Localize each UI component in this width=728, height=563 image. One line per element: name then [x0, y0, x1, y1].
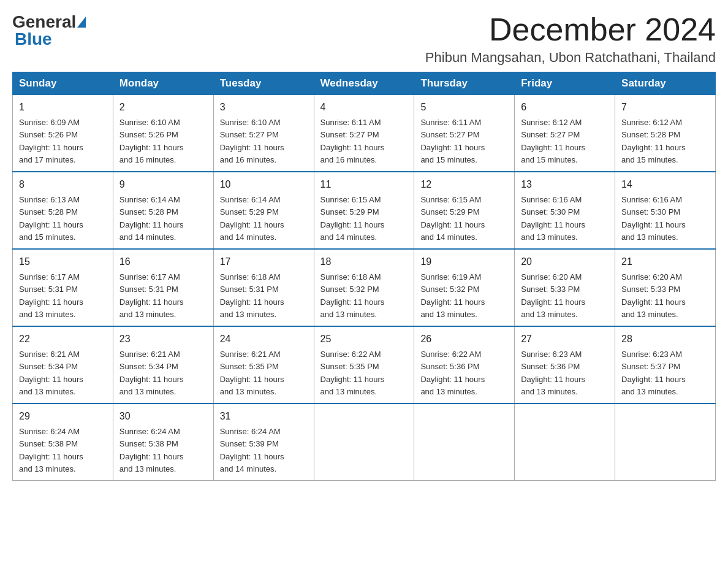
calendar-week-4: 22Sunrise: 6:21 AMSunset: 5:34 PMDayligh…	[13, 326, 716, 404]
calendar-cell: 12Sunrise: 6:15 AMSunset: 5:29 PMDayligh…	[414, 172, 515, 249]
day-number: 23	[119, 332, 207, 347]
calendar-cell: 27Sunrise: 6:23 AMSunset: 5:36 PMDayligh…	[515, 326, 615, 404]
logo-blue-text: Blue	[15, 29, 52, 48]
calendar-cell: 4Sunrise: 6:11 AMSunset: 5:27 PMDaylight…	[314, 95, 414, 172]
day-info: Sunrise: 6:18 AMSunset: 5:32 PMDaylight:…	[320, 272, 385, 319]
day-number: 12	[420, 177, 508, 192]
day-number: 28	[621, 332, 709, 347]
calendar-cell: 17Sunrise: 6:18 AMSunset: 5:31 PMDayligh…	[213, 249, 314, 326]
day-number: 24	[220, 332, 308, 347]
day-info: Sunrise: 6:09 AMSunset: 5:26 PMDaylight:…	[19, 118, 83, 164]
calendar-week-5: 29Sunrise: 6:24 AMSunset: 5:38 PMDayligh…	[13, 404, 716, 481]
day-info: Sunrise: 6:24 AMSunset: 5:38 PMDaylight:…	[119, 427, 184, 473]
day-info: Sunrise: 6:21 AMSunset: 5:34 PMDaylight:…	[119, 350, 184, 396]
col-saturday: Saturday	[615, 72, 716, 95]
day-number: 26	[420, 332, 508, 347]
calendar-cell	[615, 404, 716, 481]
day-number: 27	[521, 332, 609, 347]
calendar-cell: 3Sunrise: 6:10 AMSunset: 5:27 PMDaylight…	[213, 95, 314, 172]
calendar-cell	[314, 404, 414, 481]
day-number: 8	[19, 177, 107, 192]
day-number: 13	[521, 177, 609, 192]
day-info: Sunrise: 6:20 AMSunset: 5:33 PMDaylight:…	[521, 272, 585, 319]
calendar-cell: 2Sunrise: 6:10 AMSunset: 5:26 PMDaylight…	[113, 95, 213, 172]
day-number: 22	[19, 332, 107, 347]
calendar-cell: 26Sunrise: 6:22 AMSunset: 5:36 PMDayligh…	[414, 326, 515, 404]
day-info: Sunrise: 6:10 AMSunset: 5:26 PMDaylight:…	[119, 118, 184, 164]
day-number: 21	[621, 255, 709, 269]
day-number: 17	[220, 255, 308, 269]
calendar-cell: 29Sunrise: 6:24 AMSunset: 5:38 PMDayligh…	[13, 404, 113, 481]
day-info: Sunrise: 6:16 AMSunset: 5:30 PMDaylight:…	[521, 195, 585, 242]
day-info: Sunrise: 6:14 AMSunset: 5:29 PMDaylight:…	[220, 195, 284, 242]
day-number: 14	[621, 177, 709, 192]
day-info: Sunrise: 6:14 AMSunset: 5:28 PMDaylight:…	[119, 195, 184, 242]
calendar-cell: 15Sunrise: 6:17 AMSunset: 5:31 PMDayligh…	[13, 249, 113, 326]
calendar-cell: 16Sunrise: 6:17 AMSunset: 5:31 PMDayligh…	[113, 249, 213, 326]
day-number: 15	[19, 255, 107, 269]
col-tuesday: Tuesday	[213, 72, 314, 95]
calendar-cell: 9Sunrise: 6:14 AMSunset: 5:28 PMDaylight…	[113, 172, 213, 249]
day-info: Sunrise: 6:23 AMSunset: 5:36 PMDaylight:…	[521, 350, 585, 396]
calendar-cell: 28Sunrise: 6:23 AMSunset: 5:37 PMDayligh…	[615, 326, 716, 404]
day-number: 7	[621, 100, 709, 115]
day-info: Sunrise: 6:15 AMSunset: 5:29 PMDaylight:…	[320, 195, 385, 242]
day-info: Sunrise: 6:21 AMSunset: 5:34 PMDaylight:…	[19, 350, 83, 396]
day-number: 19	[420, 255, 508, 269]
calendar-cell: 23Sunrise: 6:21 AMSunset: 5:34 PMDayligh…	[113, 326, 213, 404]
day-info: Sunrise: 6:15 AMSunset: 5:29 PMDaylight:…	[420, 195, 485, 242]
calendar-cell: 19Sunrise: 6:19 AMSunset: 5:32 PMDayligh…	[414, 249, 515, 326]
calendar-week-3: 15Sunrise: 6:17 AMSunset: 5:31 PMDayligh…	[13, 249, 716, 326]
day-info: Sunrise: 6:12 AMSunset: 5:27 PMDaylight:…	[521, 118, 585, 164]
day-number: 4	[320, 100, 408, 115]
col-wednesday: Wednesday	[314, 72, 414, 95]
calendar-cell	[515, 404, 615, 481]
day-number: 31	[220, 409, 308, 424]
logo: General Blue	[12, 12, 87, 49]
day-number: 6	[521, 100, 609, 115]
calendar-cell: 18Sunrise: 6:18 AMSunset: 5:32 PMDayligh…	[314, 249, 414, 326]
day-number: 2	[119, 100, 207, 115]
day-number: 1	[19, 100, 107, 115]
day-number: 5	[420, 100, 508, 115]
day-number: 3	[220, 100, 308, 115]
day-info: Sunrise: 6:19 AMSunset: 5:32 PMDaylight:…	[420, 272, 485, 319]
day-number: 25	[320, 332, 408, 347]
calendar-header-row: Sunday Monday Tuesday Wednesday Thursday…	[13, 72, 716, 95]
month-title: December 2024	[425, 12, 716, 47]
calendar-cell: 13Sunrise: 6:16 AMSunset: 5:30 PMDayligh…	[515, 172, 615, 249]
calendar-cell: 20Sunrise: 6:20 AMSunset: 5:33 PMDayligh…	[515, 249, 615, 326]
calendar-cell: 24Sunrise: 6:21 AMSunset: 5:35 PMDayligh…	[213, 326, 314, 404]
page-header: General Blue December 2024 Phibun Mangsa…	[12, 12, 716, 66]
calendar-cell: 1Sunrise: 6:09 AMSunset: 5:26 PMDaylight…	[13, 95, 113, 172]
calendar-cell	[414, 404, 515, 481]
col-friday: Friday	[515, 72, 615, 95]
day-info: Sunrise: 6:24 AMSunset: 5:39 PMDaylight:…	[220, 427, 284, 473]
day-info: Sunrise: 6:13 AMSunset: 5:28 PMDaylight:…	[19, 195, 83, 242]
day-number: 10	[220, 177, 308, 192]
logo-triangle-icon	[77, 17, 86, 28]
day-number: 30	[119, 409, 207, 424]
calendar-cell: 25Sunrise: 6:22 AMSunset: 5:35 PMDayligh…	[314, 326, 414, 404]
day-number: 11	[320, 177, 408, 192]
calendar-week-1: 1Sunrise: 6:09 AMSunset: 5:26 PMDaylight…	[13, 95, 716, 172]
day-number: 18	[320, 255, 408, 269]
calendar-cell: 11Sunrise: 6:15 AMSunset: 5:29 PMDayligh…	[314, 172, 414, 249]
calendar-cell: 22Sunrise: 6:21 AMSunset: 5:34 PMDayligh…	[13, 326, 113, 404]
day-info: Sunrise: 6:17 AMSunset: 5:31 PMDaylight:…	[19, 272, 83, 319]
day-info: Sunrise: 6:22 AMSunset: 5:35 PMDaylight:…	[320, 350, 385, 396]
day-number: 20	[521, 255, 609, 269]
day-info: Sunrise: 6:11 AMSunset: 5:27 PMDaylight:…	[320, 118, 385, 164]
calendar-table: Sunday Monday Tuesday Wednesday Thursday…	[12, 72, 716, 481]
calendar-cell: 8Sunrise: 6:13 AMSunset: 5:28 PMDaylight…	[13, 172, 113, 249]
calendar-cell: 31Sunrise: 6:24 AMSunset: 5:39 PMDayligh…	[213, 404, 314, 481]
location-subtitle: Phibun Mangsahan, Ubon Ratchathani, Thai…	[425, 50, 716, 66]
calendar-week-2: 8Sunrise: 6:13 AMSunset: 5:28 PMDaylight…	[13, 172, 716, 249]
calendar-cell: 10Sunrise: 6:14 AMSunset: 5:29 PMDayligh…	[213, 172, 314, 249]
col-monday: Monday	[113, 72, 213, 95]
day-info: Sunrise: 6:23 AMSunset: 5:37 PMDaylight:…	[621, 350, 686, 396]
calendar-cell: 7Sunrise: 6:12 AMSunset: 5:28 PMDaylight…	[615, 95, 716, 172]
calendar-cell: 30Sunrise: 6:24 AMSunset: 5:38 PMDayligh…	[113, 404, 213, 481]
col-sunday: Sunday	[13, 72, 113, 95]
day-info: Sunrise: 6:12 AMSunset: 5:28 PMDaylight:…	[621, 118, 686, 164]
